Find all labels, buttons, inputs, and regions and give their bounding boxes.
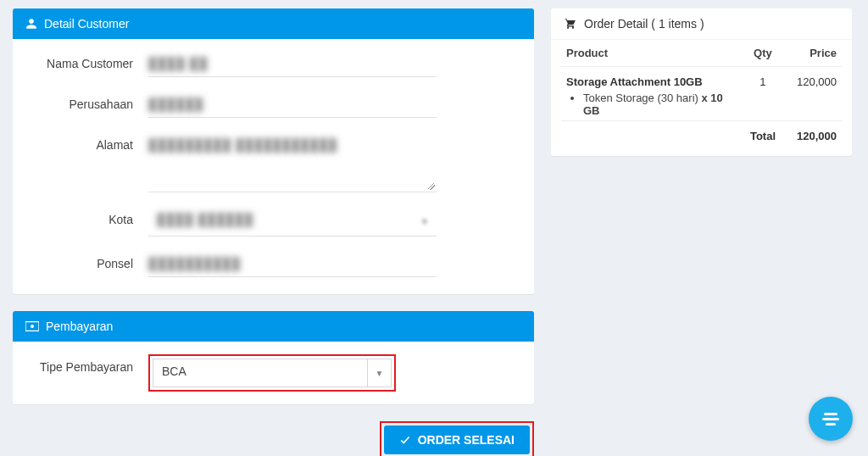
col-product: Product — [561, 40, 745, 67]
col-price: Price — [781, 40, 842, 67]
user-icon — [25, 18, 37, 30]
payment-type-label: Tipe Pembayaran — [30, 354, 148, 376]
total-value: 120,000 — [781, 121, 842, 147]
table-row: Storage Attachment 10GB Token Storage (3… — [561, 67, 842, 121]
svg-point-1 — [31, 325, 34, 328]
nama-label: Nama Customer — [30, 52, 148, 70]
payment-panel-title: Pembayaran — [46, 320, 113, 333]
order-panel-header: Order Detail ( 1 items ) — [551, 8, 852, 40]
check-icon — [399, 434, 411, 446]
ponsel-input[interactable]: ██████████ — [148, 252, 437, 277]
order-detail-panel: Order Detail ( 1 items ) Product Qty Pri… — [551, 8, 852, 156]
cart-icon — [564, 18, 577, 30]
kota-select[interactable]: ████ ██████ ▼ — [148, 208, 437, 236]
customer-panel-title: Detail Customer — [44, 17, 129, 31]
nama-input[interactable]: ████ ██ — [148, 52, 437, 77]
payment-panel: Pembayaran Tipe Pembayaran BCA ▼ — [13, 311, 534, 404]
money-icon — [25, 321, 39, 331]
resize-handle-icon[interactable] — [428, 183, 435, 190]
order-item-qty: 1 — [745, 67, 781, 121]
alamat-textarea[interactable]: █████████ ███████████ — [148, 133, 437, 192]
customer-panel-header: Detail Customer — [13, 8, 534, 39]
payment-type-select[interactable]: BCA ▼ — [153, 359, 392, 387]
payment-panel-header: Pembayaran — [13, 311, 534, 342]
kota-label: Kota — [30, 208, 148, 226]
perusahaan-label: Perusahaan — [30, 92, 148, 111]
chevron-down-icon: ▼ — [413, 208, 437, 236]
order-item-name: Storage Attachment 10GB — [566, 75, 740, 88]
chat-icon — [822, 413, 839, 425]
payment-select-highlight: BCA ▼ — [148, 354, 396, 392]
order-total-row: Total 120,000 — [561, 121, 842, 147]
order-item-sub: Token Storage (30 hari) x 10 GB — [583, 92, 740, 117]
order-complete-button[interactable]: ORDER SELESAI — [384, 425, 530, 454]
ponsel-label: Ponsel — [30, 252, 148, 270]
chat-fab-button[interactable] — [809, 397, 853, 441]
alamat-label: Alamat — [30, 133, 148, 152]
col-qty: Qty — [745, 40, 781, 67]
total-label: Total — [745, 121, 781, 147]
submit-highlight: ORDER SELESAI — [380, 421, 534, 456]
order-item-price: 120,000 — [781, 67, 842, 121]
perusahaan-input[interactable]: ██████ — [148, 92, 437, 118]
payment-type-value: BCA — [153, 359, 367, 386]
order-table: Product Qty Price Storage Attachment 10G… — [561, 40, 842, 146]
order-complete-label: ORDER SELESAI — [418, 433, 515, 447]
chevron-down-icon: ▼ — [367, 359, 391, 386]
customer-detail-panel: Detail Customer Nama Customer ████ ██ Pe… — [13, 8, 534, 294]
order-panel-title: Order Detail ( 1 items ) — [584, 17, 704, 31]
